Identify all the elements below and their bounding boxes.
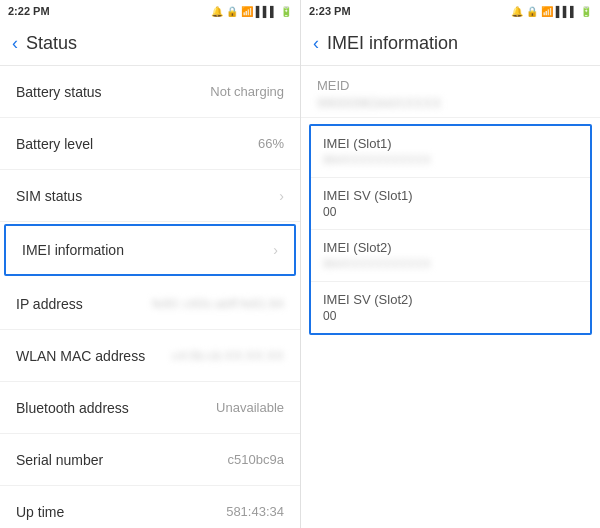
imei-sv-slot1-value: 00 [323,205,578,219]
ip-address-value: fe80::c60c:abff:fe81:84 [152,296,284,311]
wlan-mac-value: c4:0b:cb:XX:XX:XX [172,348,284,363]
battery-status-label: Battery status [16,84,102,100]
wifi-icon: 📶 [241,6,253,17]
up-time-label: Up time [16,504,64,520]
wifi-icon-r: 📶 [541,6,553,17]
up-time-value: 581:43:34 [226,504,284,519]
page-title-right: IMEI information [327,33,458,54]
left-panel: 2:22 PM 🔔 🔒 📶 ▌▌▌ 🔋 ‹ Status Battery sta… [0,0,300,528]
lock-icon: 🔒 [226,6,238,17]
bluetooth-value: Unavailable [216,400,284,415]
imei-chevron-icon: › [273,242,278,258]
imei-slot1-value: 864XXXXXXXXXXX [323,153,578,167]
imei-sv-slot2-value: 00 [323,309,578,323]
lock-icon-r: 🔒 [526,6,538,17]
wlan-mac-item[interactable]: WLAN MAC address c4:0b:cb:XX:XX:XX [0,330,300,382]
status-icons-right: 🔔 🔒 📶 ▌▌▌ 🔋 [511,6,592,17]
time-left: 2:22 PM [8,5,50,17]
meid-label: MEID [317,78,584,93]
imei-slot2-label: IMEI (Slot2) [323,240,578,255]
battery-level-label: Battery level [16,136,93,152]
status-icons-left: 🔔 🔒 📶 ▌▌▌ 🔋 [211,6,292,17]
imei-slot1-item: IMEI (Slot1) 864XXXXXXXXXXX [311,126,590,178]
battery-level-value: 66% [258,136,284,151]
imei-sv-slot1-item: IMEI SV (Slot1) 00 [311,178,590,230]
chevron-icon: › [279,188,284,204]
serial-number-value: c510bc9a [228,452,284,467]
imei-sv-slot2-label: IMEI SV (Slot2) [323,292,578,307]
imei-sv-slot1-label: IMEI SV (Slot1) [323,188,578,203]
status-list: Battery status Not charging Battery leve… [0,66,300,528]
bluetooth-label: Bluetooth address [16,400,129,416]
imei-slot2-item: IMEI (Slot2) 864XXXXXXXXXXX [311,230,590,282]
imei-slot1-label: IMEI (Slot1) [323,136,578,151]
up-time-item[interactable]: Up time 581:43:34 [0,486,300,528]
notification-icon: 🔔 [211,6,223,17]
sim-status-item[interactable]: SIM status › [0,170,300,222]
serial-number-item[interactable]: Serial number c510bc9a [0,434,300,486]
page-title-left: Status [26,33,77,54]
battery-status-item[interactable]: Battery status Not charging [0,66,300,118]
battery-status-value: Not charging [210,84,284,99]
top-bar-right: ‹ IMEI information [301,22,600,66]
back-button-left[interactable]: ‹ [12,33,18,54]
bluetooth-address-item[interactable]: Bluetooth address Unavailable [0,382,300,434]
imei-sv-slot2-item: IMEI SV (Slot2) 00 [311,282,590,333]
meid-section: MEID 9900096344XXXXX [301,66,600,118]
sim-status-label: SIM status [16,188,82,204]
top-bar-left: ‹ Status [0,22,300,66]
signal-icon: ▌▌▌ [256,6,277,17]
ip-address-label: IP address [16,296,83,312]
notification-icon-r: 🔔 [511,6,523,17]
back-button-right[interactable]: ‹ [313,33,319,54]
serial-number-label: Serial number [16,452,103,468]
status-bar-right: 2:23 PM 🔔 🔒 📶 ▌▌▌ 🔋 [301,0,600,22]
imei-box: IMEI (Slot1) 864XXXXXXXXXXX IMEI SV (Slo… [309,124,592,335]
signal-icon-r: ▌▌▌ [556,6,577,17]
status-bar-left: 2:22 PM 🔔 🔒 📶 ▌▌▌ 🔋 [0,0,300,22]
wlan-mac-label: WLAN MAC address [16,348,145,364]
ip-address-item[interactable]: IP address fe80::c60c:abff:fe81:84 [0,278,300,330]
meid-value: 9900096344XXXXX [317,95,584,111]
time-right: 2:23 PM [309,5,351,17]
right-panel: 2:23 PM 🔔 🔒 📶 ▌▌▌ 🔋 ‹ IMEI information M… [300,0,600,528]
battery-icon: 🔋 [280,6,292,17]
imei-slot2-value: 864XXXXXXXXXXX [323,257,578,271]
imei-information-item[interactable]: IMEI information › [4,224,296,276]
battery-level-item[interactable]: Battery level 66% [0,118,300,170]
imei-information-label: IMEI information [22,242,124,258]
battery-icon-r: 🔋 [580,6,592,17]
